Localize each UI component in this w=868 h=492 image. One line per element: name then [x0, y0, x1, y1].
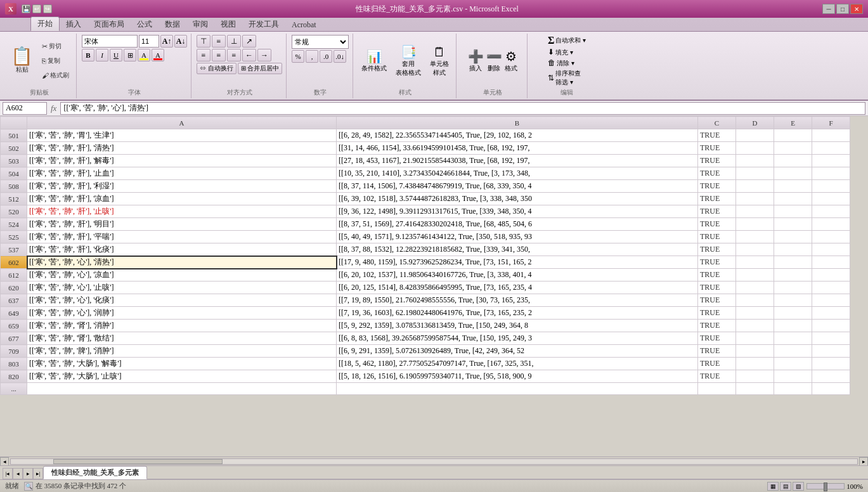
align-middle-button[interactable]: ≡: [212, 35, 226, 48]
cell-empty[interactable]: [812, 282, 850, 294]
cell-empty[interactable]: [736, 294, 774, 307]
cell-empty[interactable]: [736, 193, 774, 205]
cell-c[interactable]: TRUE: [698, 294, 736, 307]
font-size-input[interactable]: [139, 35, 159, 48]
cell-empty[interactable]: [736, 307, 774, 320]
cell-c[interactable]: TRUE: [698, 269, 736, 282]
cell-b[interactable]: [[18, 5, 462, 1180], 27.775052547097147,…: [337, 358, 698, 370]
cell-empty[interactable]: [812, 320, 850, 332]
fill-button[interactable]: ⬇ 填充 ▾: [548, 48, 586, 57]
formula-input[interactable]: [60, 102, 865, 115]
cell-b[interactable]: [[8, 37, 88, 1532], 12.282239218185682, …: [337, 243, 698, 256]
cell-empty[interactable]: [736, 155, 774, 167]
tab-developer[interactable]: 开发工具: [242, 18, 285, 31]
increase-decimal-button[interactable]: .0: [320, 50, 332, 63]
cell-empty[interactable]: [774, 243, 812, 256]
row-header[interactable]: 520: [1, 205, 27, 218]
cell-a[interactable]: [['寒', '苦', '肺', '心'], '清热']: [27, 256, 337, 269]
cell-b[interactable]: [337, 383, 698, 395]
comma-button[interactable]: ,: [306, 50, 318, 63]
cell-empty[interactable]: [774, 282, 812, 294]
cell-a[interactable]: [['寒', '苦', '肺', '肝'], '止咳']: [27, 205, 337, 218]
tab-page-layout[interactable]: 页面布局: [87, 18, 131, 31]
font-color-button[interactable]: A: [152, 49, 164, 62]
cell-b[interactable]: [[6, 39, 102, 1518], 3.57444872618283, T…: [337, 193, 698, 205]
cell-b[interactable]: [[5, 18, 126, 1516], 6.190599759340711, …: [337, 370, 698, 383]
cell-empty[interactable]: [774, 269, 812, 282]
cut-button[interactable]: ✂剪切: [39, 40, 72, 53]
cell-b[interactable]: [[17, 9, 480, 1159], 15.92739625286234, …: [337, 256, 698, 269]
row-header[interactable]: 504: [1, 167, 27, 180]
cell-b[interactable]: [[5, 9, 292, 1359], 3.07853136813459, Tr…: [337, 320, 698, 332]
page-break-view-button[interactable]: ▧: [793, 482, 804, 491]
cell-a[interactable]: [['寒', '苦', '肺', '肾'], '散结']: [27, 332, 337, 345]
row-header[interactable]: 803: [1, 358, 27, 370]
cell-b[interactable]: [[6, 9, 291, 1359], 5.0726130926489, Tru…: [337, 345, 698, 358]
cell-empty[interactable]: [736, 269, 774, 282]
cell-empty[interactable]: [736, 205, 774, 218]
cell-empty[interactable]: [774, 358, 812, 370]
bold-button[interactable]: B: [82, 49, 94, 62]
format-as-table-button[interactable]: 📑 套用表格格式: [392, 42, 424, 79]
cell-empty[interactable]: [774, 218, 812, 231]
cell-reference-box[interactable]: [3, 102, 47, 115]
cell-empty[interactable]: [774, 142, 812, 155]
cell-empty[interactable]: [774, 155, 812, 167]
cell-a[interactable]: [27, 383, 337, 395]
cell-c[interactable]: TRUE: [698, 320, 736, 332]
align-center-button[interactable]: ≡: [212, 49, 226, 62]
cell-b[interactable]: [[10, 35, 210, 1410], 3.2734350424661844…: [337, 167, 698, 180]
percent-button[interactable]: %: [292, 50, 304, 63]
cell-a[interactable]: [['寒', '苦', '肺', '心'], '润肺']: [27, 307, 337, 320]
clear-button[interactable]: 🗑 清除 ▾: [548, 58, 586, 68]
cell-c[interactable]: TRUE: [698, 345, 736, 358]
cell-b[interactable]: [[7, 19, 36, 1603], 62.198024480641976, …: [337, 307, 698, 320]
cell-empty[interactable]: [774, 180, 812, 193]
row-header[interactable]: 612: [1, 269, 27, 282]
cell-c[interactable]: [698, 383, 736, 395]
cell-c[interactable]: TRUE: [698, 358, 736, 370]
row-header[interactable]: 637: [1, 294, 27, 307]
cell-b[interactable]: [[31, 14, 466, 1154], 33.66194599101458,…: [337, 142, 698, 155]
sort-filter-button[interactable]: ⇅ 排序和查筛选 ▾: [548, 69, 586, 87]
cell-b[interactable]: [[7, 19, 89, 1550], 21.7602498555556, Tr…: [337, 294, 698, 307]
row-header[interactable]: ...: [1, 383, 27, 395]
cell-b[interactable]: [[9, 36, 122, 1498], 9.39112931317615, T…: [337, 205, 698, 218]
row-header[interactable]: 620: [1, 282, 27, 294]
row-header[interactable]: 524: [1, 218, 27, 231]
tab-view[interactable]: 视图: [214, 18, 242, 31]
cell-c[interactable]: TRUE: [698, 231, 736, 243]
cell-empty[interactable]: [736, 167, 774, 180]
row-header[interactable]: 502: [1, 142, 27, 155]
cell-empty[interactable]: [736, 218, 774, 231]
column-header-D[interactable]: D: [736, 117, 774, 129]
cell-styles-button[interactable]: 🗒 单元格样式: [427, 43, 452, 79]
page-layout-view-button[interactable]: ▤: [780, 482, 791, 491]
row-header[interactable]: 602: [1, 256, 27, 269]
cell-empty[interactable]: [774, 370, 812, 383]
cell-b[interactable]: [[8, 37, 114, 1506], 7.438484748679919, …: [337, 180, 698, 193]
cell-empty[interactable]: [812, 155, 850, 167]
align-top-button[interactable]: ⊤: [197, 35, 211, 48]
cell-c[interactable]: TRUE: [698, 155, 736, 167]
align-right-button[interactable]: ≡: [227, 49, 241, 62]
cell-a[interactable]: [['寒', '苦', '肺', '心'], '化痰']: [27, 294, 337, 307]
cell-empty[interactable]: [774, 256, 812, 269]
find-status-icon[interactable]: 🔍: [24, 482, 33, 491]
copy-button[interactable]: ⎘复制: [39, 55, 72, 67]
cell-c[interactable]: TRUE: [698, 332, 736, 345]
cell-empty[interactable]: [774, 332, 812, 345]
cell-b[interactable]: [[6, 20, 102, 1537], 11.985064340167726,…: [337, 269, 698, 282]
indent-increase-button[interactable]: →: [257, 49, 271, 62]
format-cells-button[interactable]: ⚙ 格式: [505, 49, 517, 73]
insert-cells-button[interactable]: ➕ 插入: [468, 49, 484, 73]
cell-b[interactable]: [[6, 20, 125, 1514], 8.428395866495995, …: [337, 282, 698, 294]
cell-empty[interactable]: [736, 243, 774, 256]
cell-b[interactable]: [[6, 28, 49, 1582], 22.356553471445405, …: [337, 129, 698, 142]
cell-empty[interactable]: [774, 307, 812, 320]
cell-empty[interactable]: [812, 294, 850, 307]
minimize-button[interactable]: ─: [822, 4, 835, 14]
scroll-thumb[interactable]: [53, 459, 223, 464]
cell-c[interactable]: TRUE: [698, 256, 736, 269]
cell-b[interactable]: [[8, 37, 51, 1569], 27.416428330202418, …: [337, 218, 698, 231]
